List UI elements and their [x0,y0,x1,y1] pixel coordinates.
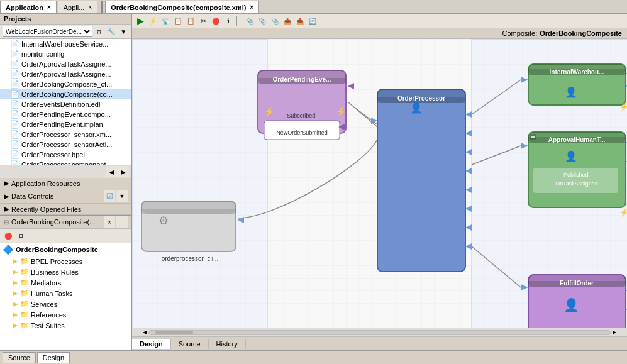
toolbar-btn-2[interactable]: 🔧 [106,26,116,37]
app-resources-label: Application Resources [11,180,80,187]
tree-item-4[interactable]: 📄 OrderBookingComposite_cf... [0,79,131,89]
recent-files-arrow: ▶ [4,205,9,213]
tree-item-5[interactable]: 📄 OrderBookingComposite(co... [0,89,131,99]
struct-ts-arrow: ▶ [13,321,18,329]
struct-br[interactable]: ▶ 📁 Business Rules [0,267,131,277]
folder-ht-icon: 📁 [20,289,29,297]
recent-files-label: Recently Opened Files [11,206,81,213]
scroll-left-btn[interactable]: ◀ [141,329,148,336]
tab-composite[interactable]: OrderBookingComposite(composite.xml) × [105,1,259,13]
status-tab-design[interactable]: Design [37,352,70,363]
scrollbar-thumb[interactable] [155,331,193,334]
struct-ht-arrow: ▶ [13,289,18,297]
tree-label-1: monitor.config [21,50,64,58]
canvas-body[interactable]: ⚙ orderprocessor_cli... ⚡ ⚡ OrderPending… [132,39,627,328]
canvas-tab-source[interactable]: Source [171,339,209,349]
structure-min[interactable]: — [116,216,128,228]
tree-item-3[interactable]: 📄 OrderApprovalTaskAssigne... [0,69,131,79]
composite-name: OrderBookingComposite [540,30,622,37]
tree-label-10: OrderProcessor_sensorActi... [21,141,112,148]
tab-application-close[interactable]: × [47,4,51,11]
tab-composite-close[interactable]: × [250,4,253,11]
tree-item-2[interactable]: 📄 OrderApprovalTaskAssigne... [0,59,131,69]
struct-ht[interactable]: ▶ 📁 Human Tasks [0,288,131,299]
toolbar-btn-a[interactable]: ⚡ [147,15,158,26]
toolbar-btn-c[interactable]: 📋 [172,15,184,26]
svg-text:OrderProcessor: OrderProcessor [397,95,445,102]
app-resources-header[interactable]: ▶ Application Resources [0,178,131,189]
canvas-tab-design[interactable]: Design [132,339,171,349]
scrollbar-track[interactable] [148,330,611,335]
tree-item-8[interactable]: 📄 OrderPendingEvent.mplan [0,119,131,130]
struct-btn1[interactable]: 🔴 [3,230,14,241]
struct-svc[interactable]: ▶ 📁 Services [0,299,131,309]
canvas-tab-design-label: Design [140,340,163,348]
tree-item-1[interactable]: 📄 monitor.config [0,49,131,59]
toolbar-btn-b[interactable]: 📡 [160,15,171,26]
recent-files-header[interactable]: ▶ Recently Opened Files [0,204,131,214]
data-controls-label: Data Controls [11,192,53,200]
tree-item-12[interactable]: 📄 OrderProcessor.component... [0,160,131,165]
scroll-right-btn[interactable]: ▶ [611,329,618,336]
toolbar-btn-j[interactable]: 📎 [269,15,280,26]
struct-root-label: OrderBookingComposite [16,246,98,253]
struct-ts[interactable]: ▶ 📁 Test Suites [0,320,131,331]
scroll-up[interactable]: ◀ [106,166,118,177]
data-controls-arrow: ▶ [4,192,9,201]
svg-text:orderprocessor_cli...: orderprocessor_cli... [162,255,219,262]
toolbar-btn-e[interactable]: ✂ [197,15,209,26]
data-controls-btn1[interactable]: 🔄 [104,190,115,202]
file-icon-8: 📄 [10,120,19,129]
canvas-scrollbar[interactable]: ◀ ▶ [132,328,627,336]
file-icon-6: 📄 [10,100,19,109]
scroll-down[interactable]: ▶ [118,166,129,177]
tree-label-3: OrderApprovalTaskAssigne... [21,70,111,78]
toolbar-btn-d[interactable]: 📋 [185,15,196,26]
structure-close[interactable]: × [104,216,115,228]
tree-item-7[interactable]: 📄 OrderPendingEvent.compo... [0,109,131,119]
data-controls-btn2[interactable]: ▼ [116,190,128,202]
toolbar-btn-m[interactable]: 🔄 [307,15,318,26]
tab-application[interactable]: Application × [0,1,57,13]
status-bar: Source Design [0,350,627,364]
svg-text:InternalWarehou...: InternalWarehou... [550,69,604,75]
canvas-tab-history[interactable]: History [209,339,246,349]
tree-item-6[interactable]: 📄 OrderEventsDefinition.edl [0,99,131,109]
tab-appli-close[interactable]: × [88,4,92,11]
tree-item-0[interactable]: 📄 InternalWarehouseService... [0,39,131,49]
tree-label-7: OrderPendingEvent.compo... [21,111,111,118]
struct-ref[interactable]: ▶ 📁 References [0,309,131,320]
project-dropdown[interactable]: WebLogicFusionOrderDe... [3,26,92,37]
tab-appli[interactable]: Appli... × [58,1,97,13]
toolbar-btn-filter[interactable]: ▼ [118,26,129,37]
toolbar-btn-k[interactable]: 📤 [282,15,293,26]
struct-root[interactable]: 🔷 OrderBookingComposite [0,243,131,256]
svg-text:Published:: Published: [563,172,590,178]
toolbar-btn-f[interactable]: 🔴 [210,15,221,26]
tree-item-9[interactable]: 📄 OrderProcessor_sensor.xm... [0,130,131,140]
tree-label-5: OrderBookingComposite(co... [21,91,113,98]
svg-rect-5 [141,209,236,214]
folder-ts-icon: 📁 [20,321,29,329]
toolbar-btn-l[interactable]: 📥 [294,15,306,26]
toolbar-btn-g[interactable]: ℹ [223,15,234,26]
tree-label-11: OrderProcessor.bpel [21,151,85,158]
struct-bpel-icon: ▶ [13,257,18,265]
struct-med[interactable]: ▶ 📁 Mediators [0,277,131,288]
tree-item-10[interactable]: 📄 OrderProcessor_sensorActi... [0,140,131,150]
struct-bpel[interactable]: ▶ 📁 BPEL Processes [0,256,131,267]
struct-ref-label: References [31,311,66,319]
svg-text:ApprovalHumanT...: ApprovalHumanT... [548,136,606,143]
struct-btn2[interactable]: ⚙ [15,230,26,241]
svg-rect-1 [132,39,267,328]
status-tab-source[interactable]: Source [3,352,36,363]
data-controls-header[interactable]: ▶ Data Controls 🔄 ▼ [0,189,131,203]
app-resources-arrow: ▶ [4,179,9,187]
toolbar-btn-h[interactable]: 📎 [244,15,255,26]
tree-item-11[interactable]: 📄 OrderProcessor.bpel [0,150,131,160]
toolbar-btn-i[interactable]: 📎 [257,15,268,26]
file-icon-4: 📄 [10,80,19,89]
tree-label-8: OrderPendingEvent.mplan [21,121,103,128]
toolbar-btn-1[interactable]: ⚙ [94,26,104,37]
run-btn[interactable]: ▶ [135,15,146,26]
